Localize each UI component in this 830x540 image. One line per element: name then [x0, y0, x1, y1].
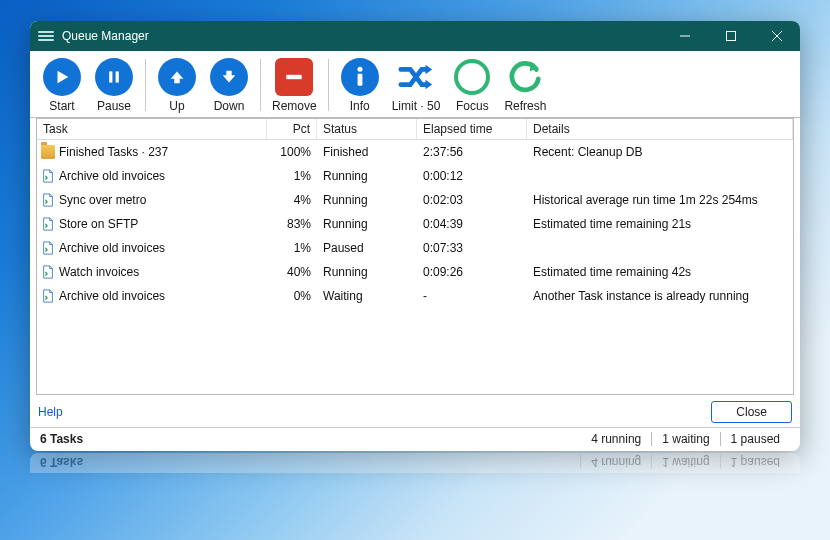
table-row[interactable]: Sync over metro4%Running0:02:03Historica… — [37, 188, 793, 212]
refresh-icon — [505, 57, 545, 97]
task-elapsed: 0:00:12 — [417, 164, 527, 188]
limit-label: Limit · 50 — [392, 99, 441, 113]
file-icon — [41, 289, 55, 303]
table-row[interactable]: Archive old invoices1%Paused0:07:33 — [37, 236, 793, 260]
footer: Help Close — [30, 395, 800, 427]
info-icon — [341, 58, 379, 96]
task-status: Finished — [317, 140, 417, 164]
up-button[interactable]: Up — [151, 57, 203, 113]
task-elapsed: 0:02:03 — [417, 188, 527, 212]
app-icon — [38, 28, 54, 44]
task-elapsed: - — [417, 284, 527, 308]
task-status: Running — [317, 164, 417, 188]
pause-label: Pause — [97, 99, 131, 113]
up-label: Up — [169, 99, 184, 113]
file-icon — [41, 265, 55, 279]
header-pct[interactable]: Pct — [267, 119, 317, 139]
help-link[interactable]: Help — [38, 405, 63, 419]
window-title: Queue Manager — [62, 29, 149, 43]
maximize-button[interactable] — [708, 21, 754, 51]
task-details: Estimated time remaining 21s — [527, 212, 793, 236]
task-name: Watch invoices — [59, 263, 139, 281]
table-row[interactable]: Finished Tasks · 237100%Finished2:37:56R… — [37, 140, 793, 164]
pause-button[interactable]: Pause — [88, 57, 140, 113]
task-name: Archive old invoices — [59, 167, 165, 185]
task-details: Estimated time remaining 42s — [527, 260, 793, 284]
task-elapsed: 0:07:33 — [417, 236, 527, 260]
task-pct: 1% — [267, 236, 317, 260]
task-details — [527, 236, 793, 260]
svg-rect-1 — [109, 71, 112, 82]
task-pct: 1% — [267, 164, 317, 188]
task-pct: 4% — [267, 188, 317, 212]
remove-button[interactable]: Remove — [266, 57, 323, 113]
refresh-label: Refresh — [504, 99, 546, 113]
task-status: Running — [317, 260, 417, 284]
arrow-down-icon — [210, 58, 248, 96]
task-name: Sync over metro — [59, 191, 146, 209]
task-elapsed: 0:04:39 — [417, 212, 527, 236]
task-status: Running — [317, 212, 417, 236]
file-icon — [41, 193, 55, 207]
status-task-count: 6 Tasks — [40, 432, 83, 446]
titlebar[interactable]: Queue Manager — [30, 21, 800, 51]
task-elapsed: 0:09:26 — [417, 260, 527, 284]
circle-icon — [454, 59, 490, 95]
close-button[interactable]: Close — [711, 401, 792, 423]
task-status: Paused — [317, 236, 417, 260]
header-details[interactable]: Details — [527, 119, 793, 139]
folder-icon — [41, 145, 55, 159]
reflection: 6 Tasks 4 running 1 waiting 1 paused — [30, 453, 800, 473]
task-details — [527, 164, 793, 188]
info-label: Info — [350, 99, 370, 113]
svg-point-4 — [357, 67, 362, 72]
play-icon — [43, 58, 81, 96]
task-pct: 83% — [267, 212, 317, 236]
task-name: Finished Tasks · 237 — [59, 143, 168, 161]
status-paused: 1 paused — [720, 432, 790, 446]
task-rows: Finished Tasks · 237100%Finished2:37:56R… — [37, 140, 793, 394]
limit-button[interactable]: Limit · 50 — [386, 57, 447, 113]
down-button[interactable]: Down — [203, 57, 255, 113]
status-waiting: 1 waiting — [651, 432, 719, 446]
task-name: Archive old invoices — [59, 287, 165, 305]
task-name: Store on SFTP — [59, 215, 138, 233]
info-button[interactable]: Info — [334, 57, 386, 113]
table-row[interactable]: Watch invoices40%Running0:09:26Estimated… — [37, 260, 793, 284]
down-label: Down — [214, 99, 245, 113]
svg-rect-0 — [727, 32, 736, 41]
shuffle-icon — [396, 57, 436, 97]
table-row[interactable]: Archive old invoices1%Running0:00:12 — [37, 164, 793, 188]
header-status[interactable]: Status — [317, 119, 417, 139]
task-status: Running — [317, 188, 417, 212]
task-details: Recent: Cleanup DB — [527, 140, 793, 164]
task-pct: 0% — [267, 284, 317, 308]
task-name: Archive old invoices — [59, 239, 165, 257]
statusbar: 6 Tasks 4 running 1 waiting 1 paused — [30, 427, 800, 451]
column-headers: Task Pct Status Elapsed time Details — [37, 119, 793, 140]
table-row[interactable]: Store on SFTP83%Running0:04:39Estimated … — [37, 212, 793, 236]
header-task[interactable]: Task — [37, 119, 267, 139]
start-button[interactable]: Start — [36, 57, 88, 113]
file-icon — [41, 217, 55, 231]
close-window-button[interactable] — [754, 21, 800, 51]
task-details: Historical average run time 1m 22s 254ms — [527, 188, 793, 212]
task-elapsed: 2:37:56 — [417, 140, 527, 164]
header-elapsed[interactable]: Elapsed time — [417, 119, 527, 139]
svg-rect-5 — [357, 74, 362, 86]
focus-label: Focus — [456, 99, 489, 113]
task-status: Waiting — [317, 284, 417, 308]
task-pct: 40% — [267, 260, 317, 284]
remove-icon — [275, 58, 313, 96]
queue-manager-window: Queue Manager Start Pause — [30, 21, 800, 451]
arrow-up-icon — [158, 58, 196, 96]
svg-rect-3 — [287, 75, 302, 79]
focus-button[interactable]: Focus — [446, 57, 498, 113]
pause-icon — [95, 58, 133, 96]
task-details: Another Task instance is already running — [527, 284, 793, 308]
minimize-button[interactable] — [662, 21, 708, 51]
refresh-button[interactable]: Refresh — [498, 57, 552, 113]
table-row[interactable]: Archive old invoices0%Waiting-Another Ta… — [37, 284, 793, 308]
file-icon — [41, 241, 55, 255]
task-pct: 100% — [267, 140, 317, 164]
